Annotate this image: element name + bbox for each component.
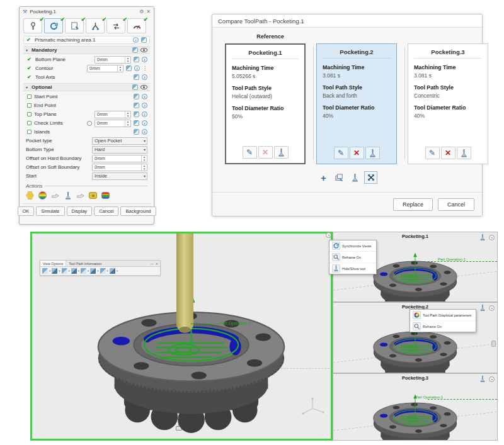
bottom-type-select[interactable]: Hard ▾: [92, 146, 147, 154]
tab-macro-branch[interactable]: ✔: [86, 18, 105, 33]
section-mandatory[interactable]: ▾ Mandatory: [23, 46, 150, 54]
rainbow-analysis-icon[interactable]: [37, 191, 48, 200]
menu-item-synchronize-views[interactable]: Synchronize Views: [329, 240, 376, 251]
background-button[interactable]: Background: [120, 206, 156, 216]
spinner[interactable]: ▴▾: [125, 57, 130, 63]
offset-soft-input[interactable]: 0mm ▴▾: [92, 164, 147, 171]
eraser-icon[interactable]: [134, 74, 139, 80]
replace-button[interactable]: Replace: [393, 198, 433, 211]
section-optional[interactable]: ▾ Optional: [23, 83, 150, 91]
feature-row[interactable]: ✔ Prismatic machining area.1 i: [23, 36, 150, 44]
cam-analysis-icon[interactable]: [100, 191, 111, 200]
info-icon[interactable]: i: [142, 57, 147, 62]
eraser-icon[interactable]: [134, 129, 139, 135]
compass-icon[interactable]: [489, 235, 495, 240]
eraser-icon[interactable]: [132, 84, 138, 90]
toolbar-icon-1[interactable]: [42, 268, 48, 274]
tool-button[interactable]: [274, 146, 289, 159]
info-icon[interactable]: i: [142, 94, 147, 99]
card-pocketing-1[interactable]: Pocketing.1 Machining Time 5.05266 s Too…: [225, 43, 306, 164]
compare-dialog-titlebar[interactable]: Compare ToolPath - Pocketing.1: [212, 14, 482, 28]
tool-button[interactable]: [365, 147, 380, 159]
checkbox-icon[interactable]: [27, 94, 32, 99]
tab-transitions[interactable]: ✔: [106, 18, 125, 33]
checkbox-icon[interactable]: [27, 103, 32, 108]
value-input[interactable]: 0mm ▴▾: [87, 65, 123, 72]
stock-hexagon-icon[interactable]: [25, 191, 35, 200]
tab-toolpath-page[interactable]: ✔: [65, 18, 84, 33]
compass-icon[interactable]: [326, 232, 331, 238]
swap-icon[interactable]: [141, 37, 147, 43]
edit-button[interactable]: ✎: [334, 147, 348, 159]
tab-view-options[interactable]: View Options: [40, 261, 66, 266]
edit-button[interactable]: ✎: [425, 147, 440, 159]
delete-button[interactable]: ✕: [441, 147, 455, 159]
compass-icon[interactable]: [489, 305, 495, 311]
eraser-icon[interactable]: [134, 94, 139, 99]
clock-icon[interactable]: [87, 121, 92, 126]
simulate-button[interactable]: Simulate: [36, 206, 64, 216]
toolbar-icon-3[interactable]: [62, 268, 67, 274]
info-icon[interactable]: i: [133, 37, 139, 43]
info-icon[interactable]: i: [134, 65, 140, 71]
expand-views-button[interactable]: [364, 171, 377, 184]
edit-button[interactable]: ✎: [243, 146, 257, 159]
toolbar-icon-2[interactable]: [52, 268, 57, 274]
tool-icon[interactable]: [62, 191, 73, 200]
spinner[interactable]: ▴▾: [117, 65, 123, 72]
value-input[interactable]: 0mm ▴▾: [94, 111, 131, 118]
spinner[interactable]: ▴▾: [125, 120, 130, 127]
start-select[interactable]: Inside ▾: [92, 172, 147, 180]
eye-icon[interactable]: [140, 48, 147, 52]
pocketing-dialog-titlebar[interactable]: ⚒ Pocketing.1 ⚙ ✕: [20, 7, 154, 16]
toolbar-icon-4[interactable]: [71, 268, 77, 274]
display-button[interactable]: Display: [67, 206, 93, 216]
eraser-icon[interactable]: [134, 120, 139, 126]
tool-display-button[interactable]: [348, 171, 362, 184]
tab-feeds-speeds[interactable]: ✔: [127, 18, 146, 33]
tab-operation-strategy[interactable]: ✔: [44, 18, 63, 33]
offset-hard-input[interactable]: 0mm ▴▾: [92, 155, 147, 162]
machined-part-3d[interactable]: [368, 384, 462, 441]
duplicate-button[interactable]: [333, 171, 346, 184]
cancel-button[interactable]: Cancel: [94, 206, 118, 216]
spinner[interactable]: ▴▾: [141, 164, 147, 171]
card-pocketing-2[interactable]: Pocketing.2 Machining Time 3.081 s Tool …: [316, 43, 397, 164]
minimize-icon[interactable]: —: [151, 262, 154, 266]
info-icon[interactable]: i: [142, 74, 147, 80]
cancel-button[interactable]: Cancel: [438, 198, 474, 211]
value-input[interactable]: 0mm ▴▾: [94, 56, 131, 64]
menu-item-graphical-parameters[interactable]: Tool Path Graphical parameters: [410, 310, 476, 320]
info-icon[interactable]: i: [142, 111, 147, 117]
tool-icon[interactable]: [479, 234, 486, 241]
forward-arrow-icon[interactable]: [50, 191, 60, 200]
checkbox-icon[interactable]: [27, 121, 32, 125]
cam-part-icon[interactable]: [88, 191, 98, 200]
eraser-icon[interactable]: [134, 111, 139, 117]
close-icon[interactable]: ✕: [146, 9, 151, 14]
settings-gear-icon[interactable]: ⚙: [139, 9, 144, 14]
tab-toolpath-information[interactable]: Tool Path Information: [66, 261, 104, 266]
main-3d-viewport[interactable]: View Options Tool Path Information — ✕ ▾…: [30, 232, 333, 441]
panel-pocketing-3[interactable]: Pocketing.3 Part Operation.1: [333, 373, 498, 441]
tool-icon[interactable]: [479, 375, 486, 383]
info-icon[interactable]: i: [142, 120, 147, 126]
eraser-icon[interactable]: [134, 57, 139, 62]
more-options-icon[interactable]: ⋮: [142, 65, 147, 71]
delete-button[interactable]: ✕: [258, 146, 273, 159]
machined-part-3d[interactable]: [368, 242, 462, 302]
compass-icon[interactable]: [489, 376, 495, 382]
tool-button[interactable]: [457, 147, 471, 159]
menu-item-reframe-on[interactable]: Reframe On: [410, 320, 476, 332]
info-icon[interactable]: i: [142, 103, 147, 108]
close-icon[interactable]: ✕: [156, 262, 158, 266]
forward-arrow-icon[interactable]: [75, 191, 86, 200]
tab-geometry[interactable]: ✔: [23, 18, 42, 33]
tool-icon[interactable]: [479, 304, 486, 312]
delete-button[interactable]: ✕: [350, 147, 364, 159]
eye-icon[interactable]: [140, 85, 147, 89]
eraser-icon[interactable]: [132, 47, 138, 53]
spinner[interactable]: ▴▾: [125, 111, 130, 118]
checkbox-icon[interactable]: [27, 130, 32, 134]
eraser-icon[interactable]: [126, 65, 132, 71]
